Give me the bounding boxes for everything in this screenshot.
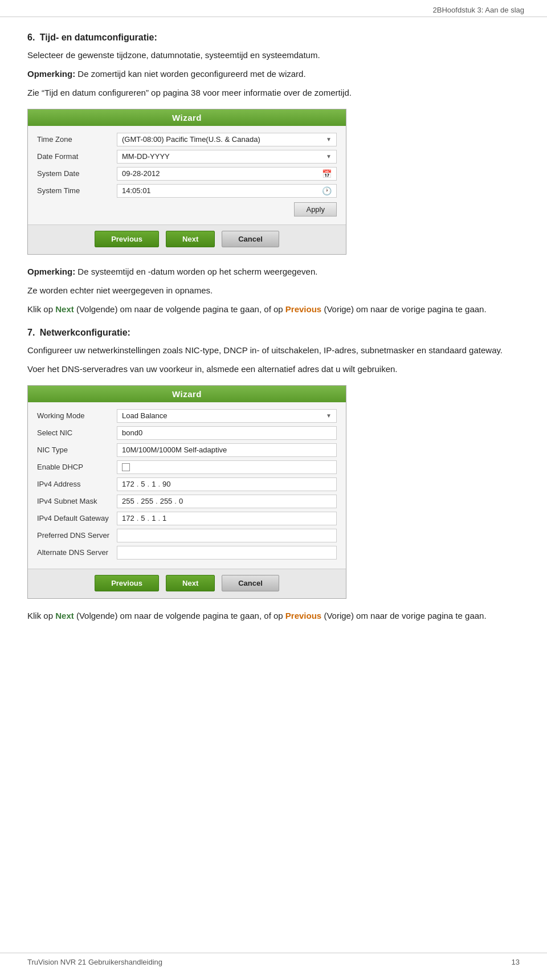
label-ipv4addr: IPv4 Address: [37, 480, 117, 488]
label-nictype: NIC Type: [37, 446, 117, 454]
wizard-row-selectnic: Select NIC bond0: [37, 426, 337, 440]
value-workingmode[interactable]: Load Balance ▼: [117, 409, 337, 423]
wizard-network: Wizard Working Mode Load Balance ▼ Selec…: [27, 385, 346, 599]
label-sysdate: System Date: [37, 169, 117, 178]
section-7-para1: Configureer uw netwerkinstellingen zoals…: [27, 344, 520, 357]
value-ipv4addr[interactable]: 172 . 5 . 1 . 90: [117, 477, 337, 491]
wizard-row-timezone: Time Zone (GMT-08:00) Pacific Time(U.S. …: [37, 133, 337, 146]
header-text: 2BHoofdstuk 3: Aan de slag: [433, 6, 524, 14]
dropdown-arrow-timezone: ▼: [326, 136, 332, 142]
section-6: 6. Tijd- en datumconfiguratie: Selecteer…: [27, 31, 520, 316]
value-selectnic[interactable]: bond0: [117, 426, 337, 440]
wizard-row-nictype: NIC Type 10M/100M/1000M Self-adaptive: [37, 443, 337, 457]
label-workingmode: Working Mode: [37, 411, 117, 420]
footer-right: 13: [512, 958, 520, 966]
wizard-row-prefdns: Preferred DNS Server: [37, 529, 337, 542]
previous-link-2: Previous: [285, 611, 321, 620]
value-dhcp[interactable]: [117, 460, 337, 474]
label-gateway: IPv4 Default Gateway: [37, 514, 117, 522]
wizard-row-systime: System Time 14:05:01 🕐: [37, 184, 337, 198]
apply-row: Apply: [37, 202, 337, 217]
label-systime: System Time: [37, 186, 117, 195]
wizard-title-bar-1: Wizard: [28, 109, 346, 126]
label-prefdns: Preferred DNS Server: [37, 531, 117, 540]
dropdown-arrow-dateformat: ▼: [326, 153, 332, 160]
value-nictype: 10M/100M/1000M Self-adaptive: [117, 443, 337, 457]
wizard-row-workingmode: Working Mode Load Balance ▼: [37, 409, 337, 423]
section-7: 7. Netwerkconfiguratie: Configureer uw n…: [27, 326, 520, 622]
dropdown-arrow-workingmode: ▼: [326, 413, 332, 419]
section-6-para3: Zie “Tijd en datum configureren” op pagi…: [27, 86, 520, 99]
value-altdns[interactable]: [117, 546, 337, 560]
value-subnet[interactable]: 255 . 255 . 255 . 0: [117, 495, 337, 508]
wizard-footer-2: Previous Next Cancel: [28, 569, 346, 598]
wizard-row-gateway: IPv4 Default Gateway 172 . 5 . 1 . 1: [37, 512, 337, 525]
label-dateformat: Date Format: [37, 152, 117, 161]
previous-button-1[interactable]: Previous: [95, 231, 159, 247]
next-link-2: Next: [55, 611, 74, 620]
wizard-time-date: Wizard Time Zone (GMT-08:00) Pacific Tim…: [27, 109, 346, 255]
page-header: 2BHoofdstuk 3: Aan de slag: [0, 0, 547, 17]
wizard-row-ipv4addr: IPv4 Address 172 . 5 . 1 . 90: [37, 477, 337, 491]
section-6-heading: 6. Tijd- en datumconfiguratie:: [27, 31, 520, 45]
section-7-heading: 7. Netwerkconfiguratie:: [27, 326, 520, 340]
wizard-row-altdns: Alternate DNS Server: [37, 546, 337, 560]
label-subnet: IPv4 Subnet Mask: [37, 497, 117, 505]
section-6-para1: Selecteer de gewenste tijdzone, datumnot…: [27, 48, 520, 62]
cancel-button-1[interactable]: Cancel: [222, 231, 279, 247]
value-sysdate[interactable]: 09-28-2012 📅: [117, 167, 337, 181]
label-timezone: Time Zone: [37, 135, 117, 144]
footer-left: TruVision NVR 21 Gebruikershandleiding: [27, 958, 162, 966]
section-6-instruction: Klik op Next (Volgende) om naar de volge…: [27, 303, 520, 316]
value-dateformat[interactable]: MM-DD-YYYY ▼: [117, 150, 337, 164]
apply-button[interactable]: Apply: [294, 202, 337, 217]
wizard-footer-1: Previous Next Cancel: [28, 224, 346, 254]
section-7-para2: Voer het DNS-serveradres van uw voorkeur…: [27, 362, 520, 375]
value-prefdns[interactable]: [117, 529, 337, 542]
wizard-title-bar-2: Wizard: [28, 386, 346, 402]
label-selectnic: Select NIC: [37, 428, 117, 437]
wizard-form-2: Working Mode Load Balance ▼ Select NIC b…: [28, 402, 346, 569]
section-6-note2: Ze worden echter niet weergegeven in opn…: [27, 284, 520, 297]
clock-icon: 🕐: [322, 186, 332, 195]
calendar-icon: 📅: [322, 169, 332, 178]
value-timezone[interactable]: (GMT-08:00) Pacific Time(U.S. & Canada) …: [117, 133, 337, 146]
label-dhcp: Enable DHCP: [37, 463, 117, 471]
dhcp-checkbox[interactable]: [122, 463, 130, 471]
main-content: 6. Tijd- en datumconfiguratie: Selecteer…: [0, 17, 547, 662]
wizard-row-subnet: IPv4 Subnet Mask 255 . 255 . 255 . 0: [37, 495, 337, 508]
wizard-row-dhcp: Enable DHCP: [37, 460, 337, 474]
previous-link-1: Previous: [285, 304, 321, 314]
value-gateway[interactable]: 172 . 5 . 1 . 1: [117, 512, 337, 525]
label-altdns: Alternate DNS Server: [37, 548, 117, 557]
section-6-para2: Opmerking: De zomertijd kan niet worden …: [27, 67, 520, 80]
next-link-1: Next: [55, 304, 74, 314]
section-6-note: Opmerking: De systeemtijd en -datum word…: [27, 265, 520, 278]
page-footer: TruVision NVR 21 Gebruikershandleiding 1…: [0, 953, 547, 971]
value-systime[interactable]: 14:05:01 🕐: [117, 184, 337, 198]
section-7-instruction: Klik op Next (Volgende) om naar de volge…: [27, 609, 520, 622]
cancel-button-2[interactable]: Cancel: [222, 575, 279, 591]
wizard-form-1: Time Zone (GMT-08:00) Pacific Time(U.S. …: [28, 126, 346, 224]
wizard-row-sysdate: System Date 09-28-2012 📅: [37, 167, 337, 181]
previous-button-2[interactable]: Previous: [95, 575, 159, 591]
next-button-2[interactable]: Next: [166, 575, 215, 591]
next-button-1[interactable]: Next: [166, 231, 215, 247]
wizard-row-dateformat: Date Format MM-DD-YYYY ▼: [37, 150, 337, 164]
